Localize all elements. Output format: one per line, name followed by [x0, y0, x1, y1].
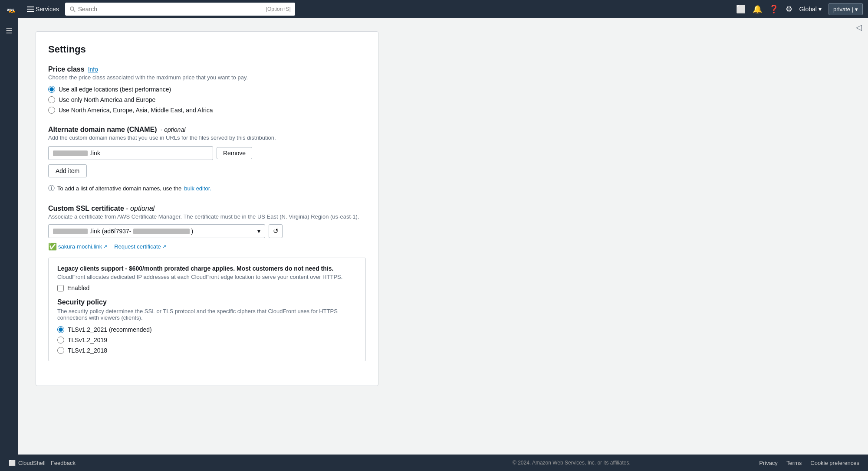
legacy-enabled-label: Enabled	[67, 285, 89, 291]
footer-left: ⬜ CloudShell Feedback	[9, 460, 384, 466]
cloudshell-button[interactable]: ⬜ CloudShell	[9, 460, 46, 466]
main-content: Settings Price class Info Choose the pri…	[18, 18, 850, 471]
bulk-editor-info: ⓘ To add a list of alternative domain na…	[48, 184, 366, 193]
legacy-clients-desc: CloudFront allocates dedicated IP addres…	[57, 274, 357, 280]
footer: ⬜ CloudShell Feedback © 2024, Amazon Web…	[0, 455, 868, 471]
cloudshell-icon: ⬜	[9, 460, 16, 466]
info-icon: ⓘ	[48, 184, 55, 193]
price-class-option-na-eu[interactable]: Use only North America and Europe	[48, 96, 366, 103]
right-panel: ◁	[850, 18, 868, 471]
security-policy-desc: The security policy determines the SSL o…	[57, 308, 357, 321]
privacy-link[interactable]: Privacy	[759, 460, 778, 466]
search-input[interactable]	[78, 6, 263, 13]
panel-close-button[interactable]: ◁	[856, 23, 862, 32]
refresh-icon: ↺	[273, 227, 279, 235]
settings-card: Settings Price class Info Choose the pri…	[36, 31, 378, 386]
ssl-refresh-button[interactable]: ↺	[269, 224, 283, 238]
external-link-icon2: ↗	[162, 244, 166, 249]
ssl-cert-end: )	[191, 228, 194, 235]
region-selector[interactable]: Global ▾	[799, 6, 822, 13]
ssl-links: ✅ sakura-mochi.link ↗ Request certificat…	[48, 242, 366, 251]
feedback-label[interactable]: Feedback	[51, 460, 76, 466]
svg-text:aws: aws	[7, 7, 14, 12]
ssl-select-row: .link (ad6f7937- ) ▾ ↺	[48, 224, 366, 238]
services-button[interactable]: Services	[24, 6, 62, 13]
request-certificate-link[interactable]: Request certificate ↗	[114, 243, 166, 250]
ssl-desc: Associate a certificate from AWS Certifi…	[48, 213, 366, 220]
settings-icon[interactable]: ⚙	[786, 4, 792, 14]
bulk-editor-link[interactable]: bulk editor.	[184, 185, 211, 192]
ssl-select-inner: .link (ad6f7937- )	[53, 228, 193, 235]
price-class-option-all-regions-label: Use North America, Europe, Asia, Middle …	[59, 107, 213, 114]
svg-line-5	[73, 10, 75, 12]
price-class-option-na-eu-label: Use only North America and Europe	[59, 96, 155, 103]
ssl-redacted1	[53, 229, 88, 234]
nav-icons: ⬜ 🔔 ❓ ⚙ Global ▾ private | ▾	[736, 3, 863, 15]
legacy-enabled-checkbox-row[interactable]: Enabled	[57, 285, 357, 291]
ssl-certificate-select[interactable]: .link (ad6f7937- ) ▾	[48, 224, 265, 238]
price-class-option-all-label: Use all edge locations (best performance…	[59, 86, 171, 93]
legacy-enabled-checkbox[interactable]	[57, 285, 64, 291]
tls-1.2-2018-label: TLSv1.2_2018	[68, 347, 107, 354]
ssl-section: Custom SSL certificate - optional Associ…	[48, 205, 366, 361]
ssl-chevron-icon: ▾	[257, 228, 260, 235]
cname-redacted	[53, 150, 88, 156]
price-class-option-all-regions[interactable]: Use North America, Europe, Asia, Middle …	[48, 107, 366, 114]
bulk-editor-text: To add a list of alternative domain name…	[57, 185, 181, 192]
cookie-preferences-link[interactable]: Cookie preferences	[810, 460, 859, 466]
notification-icon[interactable]: 🔔	[753, 4, 762, 14]
price-class-radio-group: Use all edge locations (best performance…	[48, 86, 366, 114]
legacy-clients-title: Legacy clients support - $600/month pror…	[57, 265, 357, 272]
sakura-mochi-link[interactable]: ✅ sakura-mochi.link ↗	[48, 242, 107, 251]
security-policy-title: Security policy	[57, 298, 357, 306]
price-class-info-link[interactable]: Info	[88, 66, 98, 73]
page-title: Settings	[48, 44, 366, 55]
check-icon: ✅	[48, 242, 57, 251]
cname-optional-label: - optional	[161, 126, 186, 133]
tls-1.2-2021-option[interactable]: TLSv1.2_2021 (recommended)	[57, 326, 357, 333]
search-shortcut: [Option+S]	[266, 6, 291, 12]
services-label: Services	[36, 6, 59, 13]
external-link-icon1: ↗	[103, 244, 107, 249]
footer-right: Privacy Terms Cookie preferences	[759, 460, 859, 466]
top-navigation: aws Services [Option+S] ⬜ 🔔 ❓ ⚙ Global ▾…	[0, 0, 868, 18]
account-label: private |	[833, 6, 853, 13]
tls-1.2-2019-option[interactable]: TLSv1.2_2019	[57, 337, 357, 343]
tls-1.2-2019-label: TLSv1.2_2019	[68, 337, 107, 343]
cname-desc: Add the custom domain names that you use…	[48, 134, 366, 141]
region-label: Global	[799, 6, 817, 13]
cname-input-container[interactable]: .link	[48, 146, 213, 160]
cname-title: Alternate domain name (CNAME) - optional	[48, 126, 366, 134]
price-class-section: Price class Info Choose the price class …	[48, 65, 366, 114]
page-wrapper: ☰ Settings Price class Info Choose the p…	[0, 18, 868, 471]
cloud-icon[interactable]: ⬜	[736, 4, 746, 14]
svg-rect-1	[27, 7, 34, 7]
cname-remove-button[interactable]: Remove	[217, 147, 252, 159]
tls-1.2-2021-label: TLSv1.2_2021 (recommended)	[68, 326, 152, 333]
cloudshell-label: CloudShell	[18, 460, 46, 466]
security-policy-radio-group: TLSv1.2_2021 (recommended) TLSv1.2_2019 …	[57, 326, 357, 354]
price-class-desc: Choose the price class associated with t…	[48, 74, 366, 81]
help-icon[interactable]: ❓	[769, 4, 779, 14]
cname-input-row: .link Remove	[48, 146, 366, 160]
terms-link[interactable]: Terms	[786, 460, 802, 466]
add-item-button[interactable]: Add item	[48, 164, 87, 177]
svg-rect-3	[27, 11, 34, 12]
price-class-option-all[interactable]: Use all edge locations (best performance…	[48, 86, 366, 93]
cname-section: Alternate domain name (CNAME) - optional…	[48, 126, 366, 193]
tls-1.2-2018-option[interactable]: TLSv1.2_2018	[57, 347, 357, 354]
security-policy-section: Security policy The security policy dete…	[57, 298, 357, 354]
account-chevron-icon: ▾	[855, 6, 858, 13]
sidebar: ☰	[0, 18, 18, 471]
cname-suffix: .link	[89, 150, 100, 157]
ssl-redacted2	[133, 229, 190, 234]
region-chevron-icon: ▾	[819, 6, 822, 13]
account-menu[interactable]: private | ▾	[829, 3, 863, 15]
ssl-cert-mid: .link (ad6f7937-	[89, 228, 132, 235]
aws-logo[interactable]: aws	[5, 2, 19, 16]
svg-rect-2	[27, 9, 34, 10]
sidebar-menu-button[interactable]: ☰	[2, 23, 16, 39]
svg-point-4	[70, 7, 74, 10]
price-class-title: Price class Info	[48, 65, 366, 73]
search-bar[interactable]: [Option+S]	[65, 3, 295, 16]
